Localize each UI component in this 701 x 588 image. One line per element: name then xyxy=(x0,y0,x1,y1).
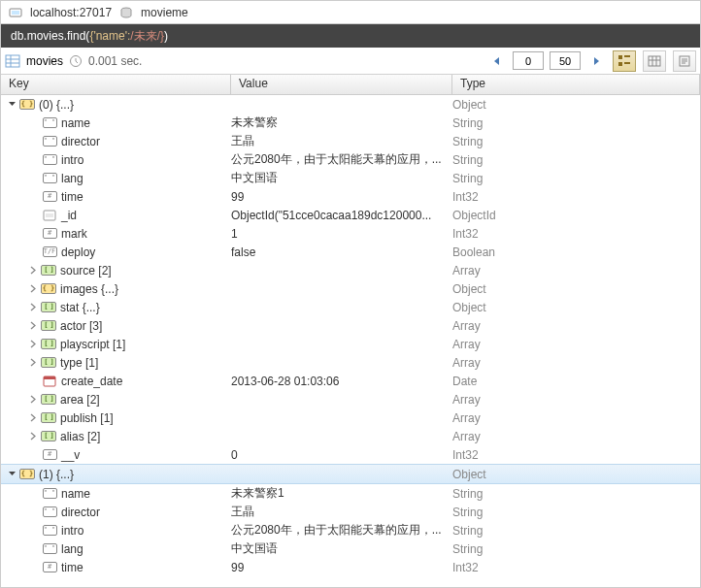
table-row[interactable]: " "lang中文国语String xyxy=(1,539,700,558)
row-type: String xyxy=(452,542,700,556)
header-type[interactable]: Type xyxy=(452,75,700,94)
table-row[interactable]: " "intro公元2080年，由于太阳能天幕的应用，...String xyxy=(1,521,700,539)
row-key: intro xyxy=(61,524,83,538)
row-value: false xyxy=(231,245,452,259)
table-row[interactable]: [ ]type [1]Array xyxy=(1,353,700,372)
table-row[interactable]: " "lang中文国语String xyxy=(1,169,700,187)
header-key[interactable]: Key xyxy=(1,75,231,94)
table-row[interactable]: " "name未来警察String xyxy=(1,114,700,132)
table-row[interactable]: { }(1) {...}Object xyxy=(1,464,700,484)
table-row[interactable]: [ ]alias [2]Array xyxy=(1,427,700,445)
row-type: Array xyxy=(452,338,700,351)
connection-bar: localhost:27017 movieme xyxy=(1,1,700,24)
row-type: Object xyxy=(452,468,700,481)
table-row[interactable]: [ ]publish [1]Array xyxy=(1,408,700,427)
type-icon: " " xyxy=(42,135,57,148)
table-row[interactable]: { }images {...}Object xyxy=(1,279,700,298)
results-icon xyxy=(5,53,20,69)
query-text-2: {'name': xyxy=(89,29,130,43)
expand-toggle[interactable] xyxy=(28,339,39,349)
row-value: 王晶 xyxy=(231,504,452,520)
query-bar[interactable]: db.movies.find( {'name': /未来/} ) xyxy=(1,24,700,48)
table-row[interactable]: [ ]area [2]Array xyxy=(1,390,700,408)
expand-toggle[interactable] xyxy=(28,320,39,331)
prev-page-button[interactable] xyxy=(487,51,507,71)
row-key: name xyxy=(61,487,90,501)
expand-toggle[interactable] xyxy=(28,412,39,423)
table-row[interactable]: T/FdeployfalseBoolean xyxy=(1,243,700,261)
table-row[interactable]: { }(0) {...}Object xyxy=(1,95,700,114)
collection-name: movies xyxy=(26,54,63,68)
table-row[interactable]: #__v0Int32 xyxy=(1,445,700,464)
row-key: source [2] xyxy=(60,264,112,278)
row-key: create_date xyxy=(61,375,122,388)
type-icon: { } xyxy=(41,282,56,296)
tree-rows-container: { }(0) {...}Object" "name未来警察String" "di… xyxy=(1,95,700,576)
exec-time: 0.001 sec. xyxy=(88,54,142,68)
text-view-button[interactable] xyxy=(673,50,696,72)
table-row[interactable]: _idObjectId("51cce0cacaa189dc120000...Ob… xyxy=(1,206,700,224)
row-type: String xyxy=(452,135,700,148)
table-row[interactable]: #time99Int32 xyxy=(1,558,700,576)
table-row[interactable]: #time99Int32 xyxy=(1,187,700,206)
table-view-button[interactable] xyxy=(643,50,666,72)
type-icon: # xyxy=(42,190,57,204)
row-type: Date xyxy=(452,375,700,388)
table-row[interactable]: " "director王晶String xyxy=(1,132,700,150)
row-key: __v xyxy=(61,448,80,462)
table-row[interactable]: [ ]actor [3]Array xyxy=(1,316,700,335)
row-key: time xyxy=(61,561,83,574)
expand-toggle[interactable] xyxy=(28,357,39,368)
row-type: Int32 xyxy=(452,190,700,204)
table-row[interactable]: [ ]stat {...}Object xyxy=(1,298,700,316)
svg-rect-1 xyxy=(12,11,19,15)
tree-view-button[interactable] xyxy=(613,50,636,72)
table-row[interactable]: " "name未来警察1String xyxy=(1,484,700,503)
type-icon: [ ] xyxy=(41,264,56,278)
row-value: 公元2080年，由于太阳能天幕的应用，... xyxy=(231,151,452,168)
expand-toggle[interactable] xyxy=(7,99,17,110)
row-key: alias [2] xyxy=(60,430,100,443)
type-icon: [ ] xyxy=(41,319,56,333)
database-icon xyxy=(119,6,133,19)
table-row[interactable]: " "director王晶String xyxy=(1,503,700,521)
row-value: 1 xyxy=(231,227,452,241)
expand-toggle[interactable] xyxy=(28,431,39,441)
query-text-1: db.movies.find( xyxy=(11,29,89,43)
row-key: (1) {...} xyxy=(39,468,74,481)
svg-rect-23 xyxy=(44,376,55,379)
table-row[interactable]: create_date2013-06-28 01:03:06Date xyxy=(1,372,700,390)
expand-toggle[interactable] xyxy=(28,265,39,276)
row-value: 公元2080年，由于太阳能天幕的应用，... xyxy=(231,522,452,539)
type-icon: " " xyxy=(42,524,57,538)
table-row[interactable]: [ ]source [2]Array xyxy=(1,261,700,279)
table-row[interactable]: " "intro公元2080年，由于太阳能天幕的应用，...String xyxy=(1,150,700,169)
row-value: 王晶 xyxy=(231,133,452,149)
row-type: ObjectId xyxy=(452,209,700,222)
type-icon: " " xyxy=(42,153,57,167)
table-row[interactable]: [ ]playscript [1]Array xyxy=(1,335,700,353)
page-size-input[interactable] xyxy=(550,51,581,70)
type-icon: " " xyxy=(42,506,57,519)
expand-toggle[interactable] xyxy=(7,469,17,479)
row-value: 中文国语 xyxy=(231,540,452,557)
header-value[interactable]: Value xyxy=(231,75,452,94)
row-type: Array xyxy=(452,264,700,278)
row-key: playscript [1] xyxy=(60,338,125,351)
type-icon: [ ] xyxy=(41,356,56,370)
expand-toggle[interactable] xyxy=(28,394,39,405)
row-type: String xyxy=(452,506,700,519)
type-icon: [ ] xyxy=(41,393,56,407)
type-icon xyxy=(42,375,57,388)
page-start-input[interactable] xyxy=(513,51,544,70)
expand-toggle[interactable] xyxy=(28,283,39,294)
row-value: 99 xyxy=(231,561,452,574)
row-type: String xyxy=(452,487,700,501)
row-key: lang xyxy=(61,172,83,185)
host-icon xyxy=(9,6,22,19)
expand-toggle[interactable] xyxy=(28,302,39,312)
query-text-3: /未来/} xyxy=(130,28,164,45)
type-icon: [ ] xyxy=(41,411,56,425)
next-page-button[interactable] xyxy=(586,51,606,71)
table-row[interactable]: #mark1Int32 xyxy=(1,224,700,243)
